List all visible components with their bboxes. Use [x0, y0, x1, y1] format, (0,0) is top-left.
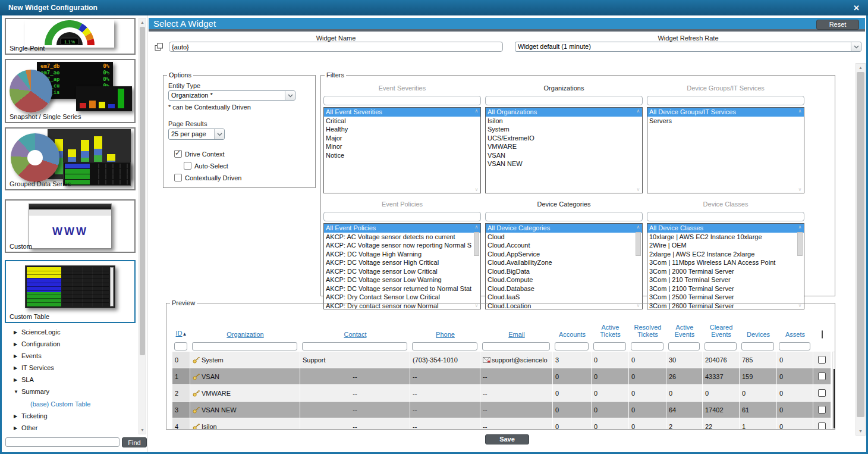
tree-item-sciencelogic[interactable]: ▶ScienceLogic	[2, 326, 137, 338]
device-categories-search-input[interactable]	[485, 212, 643, 221]
auto-select-checkbox-row[interactable]: Auto-Select	[184, 162, 228, 170]
organizations-search-input[interactable]	[485, 96, 643, 105]
row-checkbox[interactable]	[818, 389, 826, 397]
contextually-driven-checkbox-row[interactable]: Contextually Driven	[174, 174, 241, 181]
listbox-scrollbar[interactable]: ∧∨	[473, 108, 480, 193]
event-severities-search-input[interactable]	[323, 96, 481, 105]
chevron-right-icon[interactable]: ▶	[14, 365, 21, 371]
widget-name-input[interactable]	[169, 42, 503, 52]
list-option[interactable]: 10xlarge | AWS EC2 Instance 10xlarge	[647, 233, 804, 242]
listbox-scrollbar[interactable]: ∧∨	[796, 224, 804, 309]
list-option[interactable]: VSAN	[486, 151, 642, 160]
list-option[interactable]: 3Com | 2100 Terminal Server	[647, 284, 804, 293]
list-option[interactable]: 3Com | 210 Terminal Server	[647, 275, 804, 284]
listbox-scrollbar[interactable]: ∧∨	[796, 108, 804, 193]
list-option[interactable]: AKCP: DC Voltage sensor High Critical	[324, 258, 480, 267]
list-option[interactable]: All Organizations	[486, 108, 642, 117]
list-option[interactable]: UCS/ExtremeIO	[486, 134, 642, 143]
widget-type-grouped-data-series[interactable]: Grouped Data Series	[5, 127, 136, 190]
scroll-down-icon[interactable]: ∨	[473, 187, 480, 192]
devices-filter-input[interactable]	[741, 342, 774, 350]
scroll-down-icon[interactable]: ▼	[139, 426, 146, 434]
assets-filter-input[interactable]	[779, 342, 810, 350]
chevron-down-icon[interactable]	[214, 129, 224, 139]
device-classes-search-input[interactable]	[647, 212, 804, 221]
scroll-up-icon[interactable]: ▲	[856, 64, 865, 71]
listbox-scrollbar[interactable]: ∧∨	[473, 224, 480, 309]
close-icon[interactable]: ✕	[853, 4, 860, 12]
list-option[interactable]: Cloud	[486, 233, 642, 242]
table-row[interactable]: 4Isilon------00022210	[172, 418, 831, 430]
column-header-active-events[interactable]: Active Events	[666, 324, 703, 340]
find-input[interactable]	[5, 437, 119, 447]
id-filter-input[interactable]	[174, 342, 187, 350]
scroll-down-icon[interactable]: ∨	[796, 187, 804, 192]
scroll-up-icon[interactable]: ∧	[634, 108, 642, 114]
auto-select-checkbox[interactable]	[184, 162, 191, 170]
scrollbar-thumb[interactable]	[474, 232, 479, 256]
list-option[interactable]: All Event Severities	[324, 108, 480, 117]
table-row[interactable]: 1VSAN------00026433371590	[172, 368, 831, 384]
select-all-checkbox[interactable]	[822, 330, 823, 339]
page-results-select[interactable]: 25 per page	[168, 129, 225, 140]
list-option[interactable]: Cloud.Database	[486, 284, 642, 293]
list-option[interactable]: VMWARE	[486, 142, 642, 151]
list-option[interactable]: AKCP: DC Voltage High Warning	[324, 250, 480, 259]
listbox-scrollbar[interactable]: ∧∨	[634, 224, 642, 309]
chevron-right-icon[interactable]: ▶	[14, 353, 21, 359]
entity-type-select[interactable]: Organization *	[168, 90, 295, 101]
list-option[interactable]: AKCP: AC Voltage sensor detects no curre…	[324, 233, 480, 242]
scroll-up-icon[interactable]: ∧	[796, 108, 804, 114]
list-option[interactable]: Major	[324, 134, 480, 143]
column-header-organization[interactable]: Organization	[190, 331, 300, 340]
scroll-up-icon[interactable]: ▲	[139, 18, 146, 26]
list-option[interactable]: All Device Groups/IT Services	[647, 108, 804, 117]
list-option[interactable]: 2xlarge | AWS EC2 Instance 2xlarge	[647, 250, 804, 259]
tree-item-it-services[interactable]: ▶IT Services	[2, 362, 137, 374]
tree-child-base-custom-table[interactable]: (base) Custom Table	[2, 397, 137, 410]
widget-type-single-point[interactable]: 1.1% Single-Point	[5, 18, 136, 55]
table-row[interactable]: 2VMWARE------0000000	[172, 385, 831, 401]
list-option[interactable]: Cloud.AvailabilityZone	[486, 258, 642, 267]
contextually-driven-checkbox[interactable]	[174, 174, 182, 181]
chevron-right-icon[interactable]: ▶	[14, 414, 21, 419]
contact-filter-input[interactable]	[302, 342, 407, 350]
scroll-up-icon[interactable]: ∧	[473, 224, 480, 230]
list-option[interactable]: VSAN NEW	[486, 159, 642, 168]
row-checkbox[interactable]	[818, 422, 826, 430]
list-option[interactable]: Cloud.Account	[486, 241, 642, 250]
table-row[interactable]: 0SystemSupport(703)-354-1010support@scie…	[172, 352, 831, 368]
scroll-up-icon[interactable]: ∧	[473, 108, 480, 114]
chevron-down-icon[interactable]	[851, 42, 861, 51]
scroll-up-icon[interactable]: ∧	[634, 224, 642, 230]
preview-table-scrollbar[interactable]	[832, 352, 835, 430]
chevron-down-icon[interactable]: ▼	[14, 389, 21, 394]
row-checkbox[interactable]	[818, 406, 826, 414]
column-header-contact[interactable]: Contact	[300, 331, 410, 340]
list-option[interactable]: AKCP: DC Voltage sensor Low Warning	[324, 275, 480, 284]
row-checkbox[interactable]	[818, 356, 826, 364]
row-checkbox[interactable]	[818, 372, 826, 380]
save-button[interactable]: Save	[485, 434, 529, 444]
list-option[interactable]: Healthy	[324, 125, 480, 134]
email-filter-input[interactable]	[482, 342, 550, 350]
column-header-email[interactable]: Email	[480, 331, 553, 340]
tree-item-other[interactable]: ▶Other	[2, 422, 137, 434]
scrollbar-thumb[interactable]	[834, 369, 835, 428]
column-header-devices[interactable]: Devices	[740, 331, 777, 340]
list-option[interactable]: Notice	[324, 151, 480, 160]
widget-type-snapshot-single-series[interactable]: em7_db0% em7_ao0% em7_ap0% em7_cu0% em7_…	[5, 59, 136, 123]
scrollbar-thumb[interactable]	[140, 27, 145, 355]
chevron-down-icon[interactable]	[285, 91, 295, 100]
list-option[interactable]: 3Com | 11Mbps Wireless LAN Access Point	[647, 258, 804, 267]
list-option[interactable]: AKCP: DC Voltage sensor Low Critical	[324, 267, 480, 276]
tree-item-ticketing[interactable]: ▶Ticketing	[2, 410, 137, 422]
list-option[interactable]: Servers	[647, 117, 804, 126]
list-option[interactable]: AKCP: AC Voltage sensor now reporting No…	[324, 241, 480, 250]
table-row[interactable]: 3VSAN NEW------0006417402610	[172, 402, 831, 418]
listbox-scrollbar[interactable]: ∧∨	[634, 108, 642, 193]
sidebar-scrollbar[interactable]: ▲ ▼	[139, 18, 146, 434]
phone-filter-input[interactable]	[412, 342, 477, 350]
scrollbar-thumb[interactable]	[636, 232, 641, 256]
chevron-right-icon[interactable]: ▶	[14, 425, 21, 431]
